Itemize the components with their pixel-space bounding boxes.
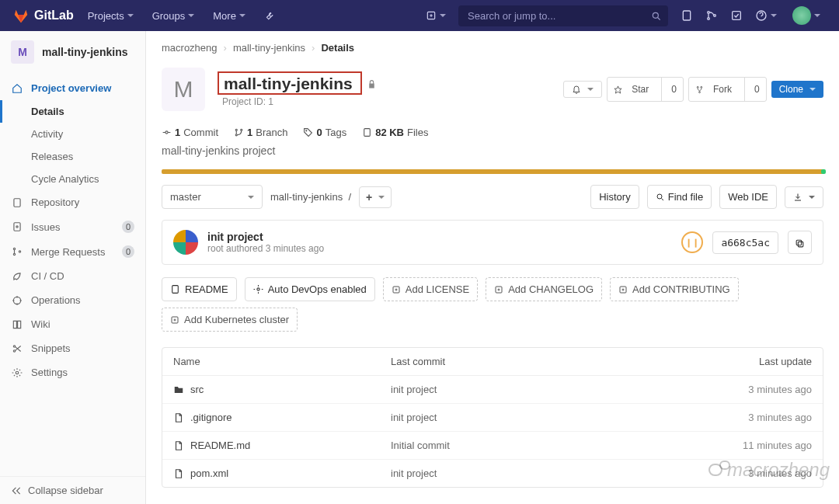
collapse-sidebar[interactable]: Collapse sidebar [0, 476, 145, 504]
find-file-button[interactable]: Find file [647, 185, 712, 209]
svg-rect-9 [14, 223, 20, 231]
search-wrap [458, 5, 668, 26]
stat-files[interactable]: 82 KBFiles [362, 127, 428, 138]
topbar-nav: Projects Groups More [80, 5, 283, 26]
file-icon [173, 412, 184, 423]
subitem-activity[interactable]: Activity [0, 123, 145, 145]
add-k8s-button[interactable]: Add Kubernetes cluster [162, 308, 298, 332]
merge-icon[interactable] [699, 5, 724, 26]
fork-button[interactable]: Fork0 [688, 77, 767, 102]
add-contributing-button[interactable]: Add CONTRIBUTING [610, 277, 739, 301]
tag-icon [303, 127, 313, 137]
sidebar-item-cicd[interactable]: CI / CD [0, 264, 145, 288]
svg-point-24 [241, 129, 242, 130]
subitem-releases[interactable]: Releases [0, 145, 145, 168]
sidebar-item-snippets[interactable]: Snippets [0, 336, 145, 360]
gitlab-logo[interactable]: GitLab [12, 7, 74, 24]
file-update: 3 minutes ago [703, 468, 812, 479]
svg-rect-28 [798, 242, 803, 247]
branch-select[interactable]: master [162, 185, 263, 209]
file-table: Name Last commit Last update srcinit pro… [162, 347, 823, 488]
fork-count: 0 [748, 81, 766, 98]
commit-avatar [173, 230, 198, 255]
download-button[interactable] [785, 186, 823, 208]
crumb-project[interactable]: mall-tiny-jenkins [233, 42, 305, 54]
nav-wrench-icon[interactable] [256, 5, 283, 26]
svg-rect-26 [364, 129, 371, 137]
file-commit[interactable]: init project [391, 468, 703, 479]
merge-icon [11, 246, 23, 257]
svg-point-19 [701, 86, 702, 88]
file-commit[interactable]: init project [391, 412, 703, 423]
file-commit[interactable]: init project [391, 384, 703, 395]
table-row[interactable]: srcinit project3 minutes ago [162, 376, 823, 404]
search-icon [656, 193, 665, 202]
pipeline-status-icon[interactable]: ❙❙ [681, 231, 703, 253]
star-button[interactable]: Star0 [607, 77, 684, 102]
todos-icon[interactable] [724, 5, 749, 26]
webide-button[interactable]: Web IDE [719, 185, 777, 209]
sidebar-item-mrs[interactable]: Merge Requests0 [0, 239, 145, 264]
sidebar-item-overview[interactable]: Project overview [0, 76, 145, 100]
chevron-down-icon [814, 14, 820, 17]
svg-point-12 [13, 253, 15, 255]
sidebar-item-repository[interactable]: Repository [0, 190, 145, 214]
collapse-icon [11, 485, 22, 496]
project-description: mall-tiny-jenkins project [146, 144, 839, 169]
sidebar-item-issues[interactable]: Issues0 [0, 214, 145, 239]
stat-tags[interactable]: 0Tags [303, 127, 346, 138]
table-row[interactable]: pom.xmlinit project3 minutes ago [162, 460, 823, 487]
svg-point-3 [708, 12, 710, 14]
commit-title[interactable]: init project [207, 231, 324, 243]
commit-sha[interactable]: a668c5ac [712, 231, 778, 254]
file-commit[interactable]: Initial commit [391, 440, 703, 451]
issues-icon[interactable] [674, 5, 699, 26]
add-changelog-button[interactable]: Add CHANGELOG [486, 277, 602, 301]
clone-button[interactable]: Clone [771, 81, 823, 98]
sidebar-project-header[interactable]: M mall-tiny-jenkins [0, 31, 145, 73]
project-title: mall-tiny-jenkins [224, 75, 353, 93]
copy-sha-button[interactable] [788, 231, 812, 254]
subitem-details[interactable]: Details [0, 100, 145, 123]
nav-groups[interactable]: Groups [144, 5, 203, 26]
svg-point-18 [697, 86, 698, 88]
stat-branches[interactable]: 1Branch [234, 127, 287, 138]
stat-commits[interactable]: 1Commit [162, 127, 218, 138]
nav-projects[interactable]: Projects [80, 5, 141, 26]
autodevops-button[interactable]: Auto DevOps enabled [245, 277, 375, 301]
sidebar-item-ops[interactable]: Operations [0, 288, 145, 312]
user-menu[interactable] [783, 2, 827, 30]
table-row[interactable]: .gitignoreinit project3 minutes ago [162, 404, 823, 432]
subitem-cycle[interactable]: Cycle Analytics [0, 168, 145, 190]
chevron-down-icon [239, 14, 245, 17]
nav-more[interactable]: More [205, 5, 253, 26]
notification-dropdown[interactable] [563, 81, 602, 98]
chevron-down-icon [188, 14, 194, 17]
project-id: Project ID: 1 [218, 96, 377, 107]
history-button[interactable]: History [590, 185, 639, 209]
readme-button[interactable]: README [162, 277, 237, 301]
sidebar-item-wiki[interactable]: Wiki [0, 312, 145, 336]
help-icon[interactable] [749, 5, 783, 26]
file-update: 3 minutes ago [703, 412, 812, 423]
copy-icon [795, 238, 805, 249]
search-icon[interactable] [651, 9, 662, 22]
crumb-owner[interactable]: macrozheng [162, 42, 218, 54]
search-input[interactable] [458, 5, 668, 26]
chevron-down-icon [440, 14, 446, 17]
path-segment[interactable]: mall-tiny-jenkins / [270, 191, 351, 203]
svg-point-13 [19, 251, 20, 252]
new-dropdown-icon[interactable] [420, 5, 452, 26]
svg-point-20 [699, 91, 701, 92]
last-commit: init project root authored 3 minutes ago… [162, 220, 823, 265]
add-file-button[interactable]: + [359, 186, 392, 208]
star-count: 0 [665, 81, 683, 98]
breadcrumb: macrozheng › mall-tiny-jenkins › Details [146, 31, 839, 64]
file-name: pom.xml [190, 468, 228, 479]
brand-text: GitLab [34, 9, 74, 23]
sidebar-item-settings[interactable]: Settings [0, 360, 145, 384]
table-row[interactable]: README.mdInitial commit11 minutes ago [162, 432, 823, 460]
add-license-button[interactable]: Add LICENSE [383, 277, 478, 301]
file-table-head: Name Last commit Last update [162, 348, 823, 376]
file-name: src [190, 384, 204, 395]
